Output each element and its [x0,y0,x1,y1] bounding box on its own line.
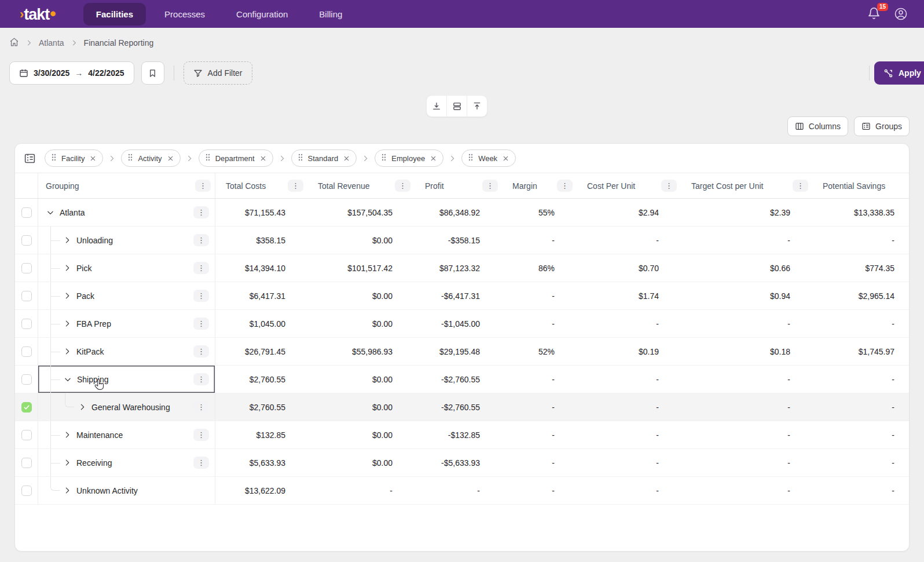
grouping-chip-department[interactable]: Department [199,149,273,167]
grouping-cell[interactable]: Maintenance⋮ [38,421,215,448]
apply-button[interactable]: Apply [874,61,924,85]
row-height-button[interactable] [447,95,467,117]
row-menu-button[interactable]: ⋮ [193,290,209,302]
chevron-down-icon[interactable] [46,209,54,217]
remove-chip-icon[interactable] [430,155,437,162]
row-checkbox[interactable] [21,430,32,440]
row-menu-button[interactable]: ⋮ [193,373,209,385]
row-checkbox[interactable] [21,319,32,329]
grouping-settings-button[interactable] [24,152,36,165]
row-checkbox[interactable] [21,207,32,218]
table-row[interactable]: Atlanta⋮$71,155.43$157,504.35$86,348.925… [15,199,909,227]
grouping-cell[interactable]: Shipping⋮ [38,366,215,393]
breadcrumb-facility[interactable]: Atlanta [39,38,64,48]
chevron-right-icon[interactable] [64,320,71,327]
grouping-cell[interactable]: FBA Prep⋮ [38,310,215,337]
drag-handle-icon[interactable] [468,154,473,163]
row-checkbox[interactable] [21,402,32,413]
chevron-right-icon[interactable] [64,348,71,355]
save-view-button[interactable] [141,61,164,85]
column-header-grouping[interactable]: Grouping ⋮ [38,173,215,198]
grouping-cell[interactable]: Atlanta⋮ [38,199,215,226]
column-header-target-cost-per-unit[interactable]: Target Cost per Unit ⋮ [681,173,812,198]
chevron-right-icon[interactable] [64,292,71,300]
nav-item-processes[interactable]: Processes [152,3,218,25]
row-checkbox[interactable] [21,291,32,301]
chevron-right-icon[interactable] [64,431,71,439]
column-header-total-costs[interactable]: Total Costs ⋮ [215,173,307,198]
row-checkbox[interactable] [21,235,32,246]
drag-handle-icon[interactable] [52,154,56,163]
collapse-all-button[interactable] [467,95,487,117]
table-row[interactable]: Receiving⋮$5,633.93$0.00-$5,633.93---- [15,449,909,477]
row-menu-button[interactable]: ⋮ [193,345,209,357]
column-header-margin[interactable]: Margin ⋮ [502,173,577,198]
remove-chip-icon[interactable] [503,155,509,162]
grouping-cell[interactable]: Pick⋮ [38,254,215,282]
column-header-profit[interactable]: Profit ⋮ [415,173,502,198]
table-row[interactable]: Pick⋮$14,394.10$101,517.42$87,123.3286%$… [15,254,909,282]
nav-item-billing[interactable]: Billing [306,3,355,25]
user-menu-button[interactable] [894,7,908,21]
column-menu-button[interactable]: ⋮ [793,180,808,192]
column-header-potential-savings[interactable]: Potential Savings [812,173,909,198]
row-menu-button[interactable]: ⋮ [193,206,209,218]
grouping-cell[interactable]: Unknown Activity [38,477,215,504]
row-checkbox[interactable] [21,374,32,385]
grouping-cell[interactable]: General Warehousing⋮ [38,393,215,421]
row-menu-button[interactable]: ⋮ [193,262,209,274]
column-menu-button[interactable]: ⋮ [661,180,677,192]
grouping-chip-employee[interactable]: Employee [375,149,443,167]
grouping-chip-standard[interactable]: Standard [291,149,357,167]
row-checkbox[interactable] [21,458,32,468]
table-row[interactable]: Shipping⋮$2,760.55$0.00-$2,760.55---- [15,366,909,393]
drag-handle-icon[interactable] [128,154,133,163]
home-breadcrumb[interactable] [9,37,19,49]
download-button[interactable] [427,95,446,117]
table-row[interactable]: Unknown Activity$13,622.09------ [15,477,909,505]
row-menu-button[interactable]: ⋮ [193,318,209,330]
row-checkbox[interactable] [21,346,32,357]
column-header-total-revenue[interactable]: Total Revenue ⋮ [307,173,415,198]
chevron-right-icon[interactable] [64,487,71,494]
nav-item-facilities[interactable]: Facilities [83,3,146,25]
grouping-cell[interactable]: Unloading⋮ [38,227,215,254]
takt-logo[interactable]: ›takt• [20,4,56,24]
grouping-chip-activity[interactable]: Activity [121,149,180,167]
row-menu-button[interactable]: ⋮ [193,234,209,246]
row-menu-button[interactable]: ⋮ [193,429,209,441]
column-menu-button[interactable]: ⋮ [395,180,410,192]
date-range-picker[interactable]: 3/30/2025 → 4/22/2025 [9,61,134,85]
remove-chip-icon[interactable] [343,155,350,162]
row-checkbox[interactable] [21,486,32,496]
drag-handle-icon[interactable] [206,154,210,163]
remove-chip-icon[interactable] [90,155,96,162]
grouping-chip-facility[interactable]: Facility [45,149,103,167]
table-row[interactable]: FBA Prep⋮$1,045.00$0.00-$1,045.00---- [15,310,909,338]
table-row[interactable]: Maintenance⋮$132.85$0.00-$132.85---- [15,421,909,449]
table-row[interactable]: Unloading⋮$358.15$0.00-$358.15---- [15,227,909,254]
column-menu-button[interactable]: ⋮ [482,180,498,192]
grouping-cell[interactable]: Receiving⋮ [38,449,215,476]
column-header-cost-per-unit[interactable]: Cost Per Unit ⋮ [577,173,681,198]
nav-item-configuration[interactable]: Configuration [223,3,300,25]
grouping-chip-week[interactable]: Week [461,149,516,167]
chevron-right-icon[interactable] [64,236,71,244]
remove-chip-icon[interactable] [167,155,174,162]
table-row[interactable]: General Warehousing⋮$2,760.55$0.00-$2,76… [15,393,909,421]
table-row[interactable]: KitPack⋮$26,791.45$55,986.93$29,195.4852… [15,338,909,366]
grouping-cell[interactable]: KitPack⋮ [38,338,215,365]
columns-button[interactable]: Columns [787,116,848,136]
chevron-right-icon[interactable] [64,459,71,466]
row-checkbox[interactable] [21,263,32,273]
drag-handle-icon[interactable] [382,154,386,163]
chevron-right-icon[interactable] [64,264,71,272]
grouping-cell[interactable]: Pack⋮ [38,282,215,309]
chevron-right-icon[interactable] [79,403,86,411]
notifications-button[interactable]: 15 [867,7,881,21]
column-menu-button[interactable]: ⋮ [195,180,211,192]
column-menu-button[interactable]: ⋮ [288,180,303,192]
add-filter-button[interactable]: Add Filter [184,61,252,85]
groups-button[interactable]: Groups [854,116,910,136]
remove-chip-icon[interactable] [260,155,266,162]
